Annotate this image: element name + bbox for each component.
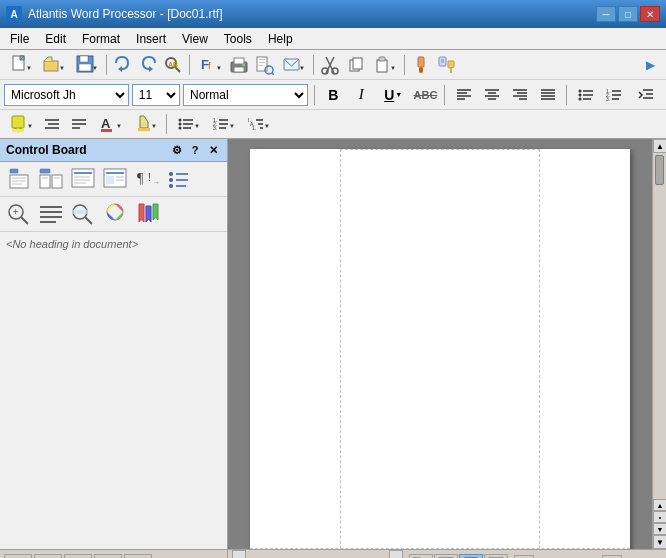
menu-file[interactable]: File xyxy=(2,30,37,48)
cb-bookmarks-btn[interactable] xyxy=(132,200,162,228)
nav-last-button[interactable]: ▶▶ xyxy=(124,554,152,559)
align-right-button[interactable] xyxy=(507,83,532,107)
bullet-list-button[interactable] xyxy=(573,83,598,107)
cut-button[interactable] xyxy=(318,53,342,77)
list-indent-btn-2[interactable] xyxy=(66,112,92,136)
font-menu-button[interactable]: F f ▼ xyxy=(194,53,226,77)
scroll-track[interactable] xyxy=(653,153,666,499)
format-paint-button[interactable] xyxy=(434,53,458,77)
align-left-button[interactable] xyxy=(451,83,476,107)
menu-edit[interactable]: Edit xyxy=(37,30,74,48)
doc-bottom-margin xyxy=(250,548,630,549)
cb-list-btn[interactable] xyxy=(164,165,194,193)
svg-rect-110 xyxy=(10,169,18,173)
h-scroll-right-button[interactable]: ▶ xyxy=(389,550,403,558)
bold-button[interactable]: B xyxy=(321,83,346,107)
view-web-button[interactable] xyxy=(434,554,458,559)
nav-prev-button[interactable]: ◀ xyxy=(34,554,62,559)
numbered-list-button[interactable]: 1. 2. 3. xyxy=(601,83,626,107)
new-button[interactable]: ▼ xyxy=(4,53,36,77)
scroll-thumb[interactable] xyxy=(655,155,664,185)
view-normal-button[interactable] xyxy=(409,554,433,559)
toolbar-scroll-right[interactable]: ▶ xyxy=(638,53,662,77)
zoom-in-button[interactable]: + xyxy=(602,555,622,559)
cb-page-style-4[interactable] xyxy=(100,165,130,193)
strikethrough-button[interactable]: ABC xyxy=(413,83,439,107)
print-button[interactable] xyxy=(227,53,251,77)
toolbar-sep-3 xyxy=(313,55,314,75)
underline-button[interactable]: U ▼ xyxy=(377,83,410,107)
cb-settings-icon[interactable]: ⚙ xyxy=(169,142,185,158)
cb-page-style-1[interactable] xyxy=(4,165,34,193)
document-page[interactable] xyxy=(250,149,630,549)
minimize-button[interactable]: ─ xyxy=(596,6,616,22)
preview-button[interactable] xyxy=(252,53,276,77)
font-size-select[interactable]: 11 89101214 xyxy=(132,84,180,106)
view-page-button[interactable] xyxy=(459,554,483,559)
scroll-next-page-button[interactable]: ▼ xyxy=(653,523,666,535)
toolbar-sep-8 xyxy=(166,114,167,134)
redo-button[interactable] xyxy=(136,53,160,77)
indent-more-button[interactable]: ▼ xyxy=(629,83,662,107)
svg-rect-86 xyxy=(101,129,112,132)
scroll-up-button[interactable]: ▲ xyxy=(653,139,666,153)
view-outline-button[interactable] xyxy=(484,554,508,559)
list-indent-btn-1[interactable] xyxy=(39,112,65,136)
menu-view[interactable]: View xyxy=(174,30,216,48)
zoom-out-button[interactable]: − xyxy=(514,555,534,559)
save-button[interactable]: ▼ xyxy=(70,53,102,77)
svg-text:¶: ¶ xyxy=(137,171,144,186)
menu-format[interactable]: Format xyxy=(74,30,128,48)
close-button[interactable]: ✕ xyxy=(640,6,660,22)
open-button[interactable]: ▼ xyxy=(37,53,69,77)
scroll-dots-button[interactable]: • xyxy=(653,511,666,523)
align-center-button[interactable] xyxy=(479,83,504,107)
nav-stop-button[interactable]: ✕ xyxy=(64,554,92,559)
font-name-select[interactable]: Microsoft Jh xyxy=(4,84,129,106)
cb-special-chars[interactable]: ¶ ! → xyxy=(132,165,162,193)
list-type-btn[interactable]: ▼ xyxy=(171,112,205,136)
document-scroll[interactable] xyxy=(228,139,652,549)
svg-rect-21 xyxy=(259,62,265,63)
nav-next-button[interactable]: ▶ xyxy=(94,554,122,559)
paint-bucket-button[interactable]: ▼ xyxy=(128,112,162,136)
toolbar-sep-5 xyxy=(314,85,315,105)
scroll-down-button[interactable]: ▼ xyxy=(653,535,666,549)
outline-list-btn[interactable]: I. A. 1. ▼ xyxy=(241,112,275,136)
h-scroll-left-button[interactable]: ◀ xyxy=(232,550,246,558)
scroll-prev-page-button[interactable]: ▲ xyxy=(653,499,666,511)
style-select[interactable]: Normal Heading 1 Heading 2 Bold xyxy=(183,84,308,106)
svg-text:▼: ▼ xyxy=(116,123,121,129)
undo-button[interactable] xyxy=(111,53,135,77)
doc-right-margin xyxy=(539,149,540,549)
numbered-list-type-btn[interactable]: 1. 2. 3. ▼ xyxy=(206,112,240,136)
align-justify-button[interactable] xyxy=(535,83,560,107)
font-color-button[interactable]: A ▼ xyxy=(93,112,127,136)
maximize-button[interactable]: □ xyxy=(618,6,638,22)
view-buttons xyxy=(409,554,508,559)
italic-button[interactable]: I xyxy=(349,83,374,107)
svg-text:!: ! xyxy=(148,172,151,183)
cb-help-icon[interactable]: ? xyxy=(187,142,203,158)
toolbar-sep-2 xyxy=(189,55,190,75)
brush-button[interactable] xyxy=(409,53,433,77)
cb-lines-btn[interactable] xyxy=(36,200,66,228)
find-button[interactable]: AB xyxy=(161,53,185,77)
cb-page-style-3[interactable] xyxy=(68,165,98,193)
nav-first-button[interactable]: ◀◀ xyxy=(4,554,32,559)
cb-color-btn[interactable] xyxy=(100,200,130,228)
copy-button[interactable] xyxy=(343,53,367,77)
svg-rect-148 xyxy=(72,210,88,214)
menu-help[interactable]: Help xyxy=(260,30,301,48)
cb-page-style-2[interactable] xyxy=(36,165,66,193)
cb-close-icon[interactable]: ✕ xyxy=(205,142,221,158)
highlight-color-button[interactable]: ▼ xyxy=(4,112,38,136)
svg-point-133 xyxy=(169,172,173,176)
cb-search-btn[interactable] xyxy=(68,200,98,228)
cb-zoom-btn[interactable]: + xyxy=(4,200,34,228)
menu-insert[interactable]: Insert xyxy=(128,30,174,48)
menu-tools[interactable]: Tools xyxy=(216,30,260,48)
email-button[interactable]: ▼ xyxy=(277,53,309,77)
control-board-title: Control Board xyxy=(6,143,169,157)
paste-button[interactable]: ▼ xyxy=(368,53,400,77)
